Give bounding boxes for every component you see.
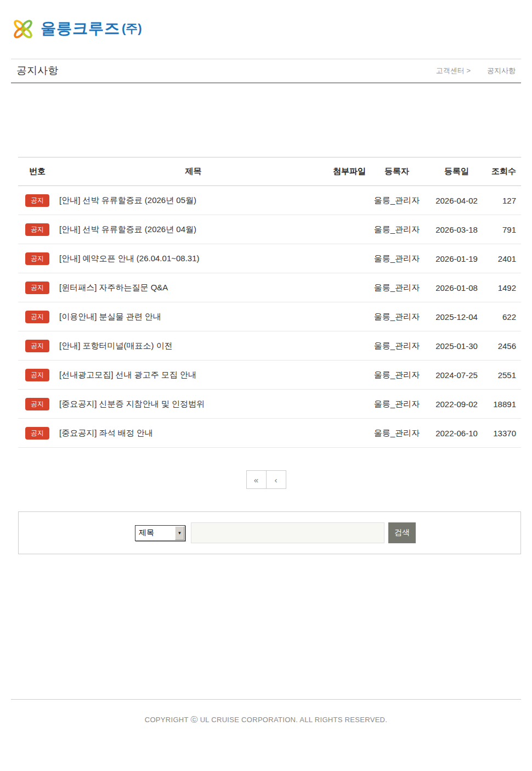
table-body: 공지 [안내] 선박 유류할증료 (2026년 05월) 울릉_관리자 2026… <box>18 186 521 448</box>
notice-title-link[interactable]: [안내] 선박 유류할증료 (2026년 05월) <box>56 195 330 206</box>
page-footer: COPYRIGHT ⓒ UL CRUISE CORPORATION. ALL R… <box>11 699 521 725</box>
notice-number-cell: 공지 <box>18 369 56 381</box>
date-cell: 2025-12-04 <box>425 312 488 322</box>
breadcrumb-parent[interactable]: 고객센터 > <box>436 66 471 76</box>
views-cell: 1492 <box>488 283 521 292</box>
breadcrumb-current[interactable]: 공지사항 <box>487 66 516 76</box>
date-cell: 2024-07-25 <box>425 370 488 380</box>
search-input[interactable] <box>191 522 384 543</box>
author-cell: 울릉_관리자 <box>369 312 425 322</box>
table-row[interactable]: 공지 [중요공지] 신분증 지참안내 및 인정범위 울릉_관리자 2022-09… <box>18 390 521 419</box>
chevron-down-icon[interactable]: ▼ <box>175 526 184 540</box>
company-name: 울릉크루즈 <box>41 18 120 39</box>
table-row[interactable]: 공지 [안내] 포항터미널(매표소) 이전 울릉_관리자 2025-01-30 … <box>18 331 521 361</box>
views-cell: 2456 <box>488 341 521 351</box>
site-logo[interactable]: 울릉크루즈 (주) <box>10 14 142 43</box>
notice-badge: 공지 <box>25 398 49 410</box>
pagination-first-button[interactable]: « <box>246 470 267 489</box>
date-cell: 2026-03-18 <box>425 225 488 234</box>
notice-title-link[interactable]: [이용안내] 분실물 관련 안내 <box>56 312 330 322</box>
table-row[interactable]: 공지 [윈터패스] 자주하는질문 Q&A 울릉_관리자 2026-01-08 1… <box>18 273 521 302</box>
header-author: 등록자 <box>369 166 425 177</box>
author-cell: 울릉_관리자 <box>369 283 425 293</box>
author-cell: 울릉_관리자 <box>369 370 425 380</box>
page-titlebar: 공지사항 고객센터 > 공지사항 <box>11 59 521 83</box>
page-title: 공지사항 <box>16 64 58 78</box>
notice-badge: 공지 <box>25 340 49 352</box>
search-button[interactable]: 검색 <box>388 522 416 543</box>
views-cell: 13370 <box>488 429 521 438</box>
pinwheel-flower-icon <box>10 14 36 43</box>
notice-title-link[interactable]: [중요공지] 좌석 배정 안내 <box>56 428 330 438</box>
author-cell: 울릉_관리자 <box>369 195 425 206</box>
notice-badge: 공지 <box>25 223 49 236</box>
site-header: 울릉크루즈 (주) <box>0 0 532 59</box>
copyright-text: COPYRIGHT ⓒ UL CRUISE CORPORATION. ALL R… <box>11 715 521 725</box>
header-attachment: 첨부파일 <box>330 166 369 177</box>
author-cell: 울릉_관리자 <box>369 341 425 351</box>
notice-badge: 공지 <box>25 252 49 265</box>
header-title: 제목 <box>56 166 330 177</box>
table-row[interactable]: 공지 [안내] 예약오픈 안내 (26.04.01~08.31) 울릉_관리자 … <box>18 244 521 273</box>
search-field-selected: 제목 <box>139 528 154 538</box>
table-row[interactable]: 공지 [안내] 선박 유류할증료 (2026년 04월) 울릉_관리자 2026… <box>18 215 521 244</box>
notice-badge: 공지 <box>25 311 49 323</box>
author-cell: 울릉_관리자 <box>369 224 425 235</box>
table-row[interactable]: 공지 [이용안내] 분실물 관련 안내 울릉_관리자 2025-12-04 62… <box>18 302 521 331</box>
date-cell: 2026-04-02 <box>425 196 488 205</box>
pagination-prev-button[interactable]: ‹ <box>266 470 286 489</box>
views-cell: 18891 <box>488 399 521 409</box>
notice-badge: 공지 <box>25 194 49 207</box>
notice-table: 번호 제목 첨부파일 등록자 등록일 조회수 공지 [안내] 선박 유류할증료 … <box>18 157 521 448</box>
notice-number-cell: 공지 <box>18 340 56 352</box>
date-cell: 2022-06-10 <box>425 429 488 438</box>
breadcrumb: 고객센터 > 공지사항 <box>436 66 516 76</box>
table-row[interactable]: 공지 [선내광고모집] 선내 광고주 모집 안내 울릉_관리자 2024-07-… <box>18 361 521 390</box>
date-cell: 2026-01-19 <box>425 254 488 263</box>
company-suffix: (주) <box>122 20 142 37</box>
author-cell: 울릉_관리자 <box>369 254 425 264</box>
views-cell: 622 <box>488 312 521 322</box>
header-views: 조회수 <box>488 166 521 177</box>
date-cell: 2026-01-08 <box>425 283 488 292</box>
notice-title-link[interactable]: [선내광고모집] 선내 광고주 모집 안내 <box>56 370 330 380</box>
table-row[interactable]: 공지 [안내] 선박 유류할증료 (2026년 05월) 울릉_관리자 2026… <box>18 186 521 215</box>
notice-number-cell: 공지 <box>18 282 56 294</box>
notice-title-link[interactable]: [윈터패스] 자주하는질문 Q&A <box>56 283 330 293</box>
notice-title-link[interactable]: [안내] 선박 유류할증료 (2026년 04월) <box>56 224 330 235</box>
views-cell: 2401 <box>488 254 521 263</box>
notice-badge: 공지 <box>25 282 49 294</box>
notice-title-link[interactable]: [안내] 포항터미널(매표소) 이전 <box>56 341 330 351</box>
header-no: 번호 <box>18 166 56 177</box>
search-field-select[interactable]: 제목 ▼ <box>135 525 185 541</box>
notice-number-cell: 공지 <box>18 398 56 410</box>
author-cell: 울릉_관리자 <box>369 428 425 438</box>
notice-number-cell: 공지 <box>18 194 56 207</box>
table-header-row: 번호 제목 첨부파일 등록자 등록일 조회수 <box>18 157 521 186</box>
date-cell: 2025-01-30 <box>425 341 488 351</box>
notice-number-cell: 공지 <box>18 252 56 265</box>
notice-badge: 공지 <box>25 427 49 440</box>
notice-number-cell: 공지 <box>18 427 56 440</box>
date-cell: 2022-09-02 <box>425 399 488 409</box>
search-panel: 제목 ▼ 검색 <box>18 511 521 554</box>
notice-number-cell: 공지 <box>18 223 56 236</box>
views-cell: 127 <box>488 196 521 205</box>
notice-badge: 공지 <box>25 369 49 381</box>
table-row[interactable]: 공지 [중요공지] 좌석 배정 안내 울릉_관리자 2022-06-10 133… <box>18 419 521 448</box>
notice-title-link[interactable]: [중요공지] 신분증 지참안내 및 인정범위 <box>56 399 330 409</box>
author-cell: 울릉_관리자 <box>369 399 425 409</box>
header-date: 등록일 <box>425 166 488 177</box>
pagination: « ‹ <box>0 470 532 489</box>
views-cell: 2551 <box>488 370 521 380</box>
views-cell: 791 <box>488 225 521 234</box>
notice-title-link[interactable]: [안내] 예약오픈 안내 (26.04.01~08.31) <box>56 254 330 264</box>
notice-number-cell: 공지 <box>18 311 56 323</box>
